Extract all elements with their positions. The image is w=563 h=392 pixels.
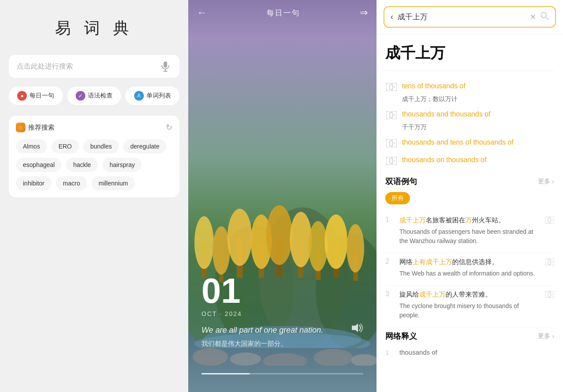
search-input-box[interactable]: ‹ 成千上万 ✕ [384,6,556,28]
svg-line-48 [390,145,392,146]
daily-header: ← 每日一句 ⇒ [188,0,377,25]
wordlist-btn[interactable]: A 单词列表 [125,87,179,105]
recommend-tag[interactable]: inhibitor [16,176,51,190]
chevron-right-icon-2: › [552,333,554,340]
example-en: The Web has a wealth of information and … [399,269,540,278]
grammar-btn[interactable]: ✓ 语法检查 [67,87,121,105]
speaker-icon[interactable] [385,110,398,120]
svg-point-18 [290,212,312,267]
svg-rect-60 [545,258,554,265]
example-en: The cyclone brought misery to thousands … [399,301,540,320]
example-speaker-icon[interactable] [545,258,554,267]
network-text-1: thousands of [399,348,437,356]
svg-point-16 [266,205,292,265]
recommend-tag[interactable]: macro [56,176,87,190]
clear-icon[interactable]: ✕ [530,13,536,21]
english-quote: We are all part of one great nation. [201,324,363,336]
recommend-tag[interactable]: millennium [91,176,135,190]
speaker-icon[interactable] [385,138,398,148]
right-panel: ‹ 成千上万 ✕ 成千上万 tens of thousands of成千上万；数… [377,0,563,392]
daily-title: 每日一句 [267,8,300,18]
recommend-tag[interactable]: esophageal [16,158,62,172]
speaker-icon[interactable] [385,156,398,166]
translation-item: thousands and thousands of千千万万 [385,106,554,134]
example-number: 3 [385,289,394,298]
translation-cn-text: 千千万万 [385,123,554,134]
svg-point-22 [325,214,347,269]
chevron-right-icon: › [552,178,554,185]
recommend-header: ⌂ 推荐搜索 ↻ [16,123,172,132]
svg-line-43 [390,117,392,118]
recommend-tag[interactable]: Almos [16,139,47,153]
search-header: ‹ 成千上万 ✕ [377,0,563,34]
example-number: 1 [385,215,394,224]
wordlist-label: 单词列表 [146,92,171,100]
recommend-title: ⌂ 推荐搜索 [16,123,55,132]
back-arrow-icon[interactable]: ‹ [391,12,393,22]
translation-en-text: thousands on thousands of [402,155,486,165]
example-en: Thousands of passengers have been strand… [399,227,540,246]
example-item: 3旋风给成千上万的人带来苦难。The cyclone brought miser… [385,286,554,327]
search-placeholder-text: 点击此处进行搜索 [17,62,73,71]
filter-all-tag[interactable]: 所有 [385,192,410,204]
translation-cn-text: 成千上万；数以万计 [385,95,554,106]
example-speaker-icon[interactable] [545,217,554,225]
divider [385,70,554,71]
svg-line-53 [390,163,392,164]
refresh-icon[interactable]: ↻ [166,123,172,132]
translation-item: thousands and tens of thousands of [385,134,554,152]
svg-point-8 [194,216,214,269]
example-number: 2 [385,257,394,265]
mic-icon[interactable] [161,61,172,72]
svg-line-52 [390,158,392,159]
chinese-quote: 我们都是伟大国家的一部分。 [201,340,363,348]
progress-bar [201,373,363,374]
network-section-header: 网络释义 更多 › [385,327,554,345]
left-panel: 易 词 典 点击此处进行搜索 ● 每日一句 ✓ 语法检查 A 单词列表 [0,0,188,392]
bilingual-more-link[interactable]: 更多 › [538,178,554,185]
svg-line-38 [390,89,392,90]
bilingual-title: 双语例句 [385,176,417,187]
search-bar[interactable]: 点击此处进行搜索 [9,55,179,78]
result-content[interactable]: 成千上万 tens of thousands of成千上万；数以万计thousa… [377,34,563,392]
recommend-tag[interactable]: deregulate [123,139,166,153]
prev-arrow[interactable]: ← [197,7,207,18]
network-item-1: 1 thousands of [385,345,554,359]
recommend-tag[interactable]: hackle [66,158,98,172]
network-title: 网络释义 [385,331,417,341]
search-icon[interactable] [540,11,549,22]
example-cn: 成千上万名旅客被困在万州火车站。 [399,215,540,225]
examples-list: 1成千上万名旅客被困在万州火车站。Thousands of passengers… [385,211,554,327]
recommend-tag[interactable]: bundles [83,139,119,153]
translation-en-text: thousands and thousands of [402,109,490,119]
next-arrow[interactable]: ⇒ [360,7,368,18]
grammar-label: 语法检查 [88,92,113,100]
translation-en-text: tens of thousands of [402,81,465,91]
daily-label: 每日一句 [29,92,54,100]
filter-tags: 所有 [385,192,554,204]
middle-panel: ← 每日一句 ⇒ 01 OCT · 2024 We are all part o… [188,0,377,392]
tags-container: AlmosERObundlesderegulateesophagealhackl… [16,139,172,190]
date-big: 01 [201,273,363,309]
example-speaker-icon[interactable] [545,291,554,300]
recommend-tag[interactable]: ERO [51,139,79,153]
example-item: 1成千上万名旅客被困在万州火车站。Thousands of passengers… [385,211,554,253]
daily-icon: ● [17,91,27,101]
background-image: ← 每日一句 ⇒ 01 OCT · 2024 We are all part o… [188,0,377,392]
grammar-icon: ✓ [76,91,85,101]
example-cn: 网络上有成千上万的信息供选择。 [399,257,540,267]
home-icon: ⌂ [16,123,26,132]
svg-line-42 [390,112,392,113]
date-small: OCT · 2024 [201,310,363,317]
svg-rect-65 [545,291,554,298]
app-title: 易 词 典 [55,18,133,39]
daily-btn[interactable]: ● 每日一句 [9,87,63,105]
quick-actions: ● 每日一句 ✓ 语法检查 A 单词列表 [9,87,179,105]
word-title: 成千上万 [385,34,554,70]
network-more-link[interactable]: 更多 › [538,332,554,340]
search-input-text: 成千上万 [398,12,526,22]
example-item: 2网络上有成千上万的信息供选择。The Web has a wealth of … [385,253,554,286]
speaker-icon[interactable] [385,82,398,92]
translation-item: tens of thousands of成千上万；数以万计 [385,78,554,106]
recommend-tag[interactable]: hairspray [102,158,142,172]
